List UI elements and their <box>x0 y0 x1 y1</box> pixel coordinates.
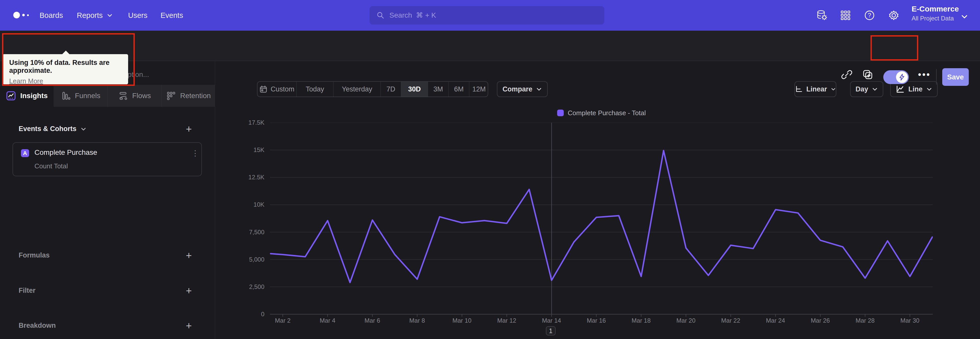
logo-dot-icon <box>13 12 20 18</box>
range-label: 6M <box>454 85 464 93</box>
tab-label: Insights <box>20 92 48 100</box>
range-12m[interactable]: 12M <box>469 82 488 97</box>
data-management-icon[interactable] <box>816 9 828 21</box>
toggle-knob <box>896 71 908 83</box>
x-axis-tick: Mar 16 <box>575 317 618 325</box>
mixpanel-logo[interactable] <box>13 12 29 18</box>
y-axis-tick: 10K <box>217 200 264 209</box>
range-label: Custom <box>270 85 294 93</box>
nav-item-reports[interactable]: Reports <box>77 0 113 30</box>
y-axis-tick: 12.5K <box>217 173 264 181</box>
range-label: Today <box>306 85 324 93</box>
range-label: 12M <box>473 85 486 93</box>
save-button[interactable]: Save <box>942 68 969 86</box>
linear-axis-icon <box>795 85 803 94</box>
tab-retention[interactable]: Retention <box>162 85 215 107</box>
flows-icon <box>118 91 128 101</box>
range-6m[interactable]: 6M <box>449 82 469 97</box>
more-options-button[interactable]: ••• <box>918 68 931 81</box>
nav-item-users[interactable]: Users <box>128 0 148 30</box>
range-today[interactable]: Today <box>297 82 334 97</box>
y-axis-tick: 2,500 <box>217 283 264 291</box>
add-event-button[interactable]: + <box>182 122 196 136</box>
x-axis-tick: Mar 26 <box>799 317 842 325</box>
add-formula-button[interactable]: + <box>182 248 196 262</box>
interval-selector[interactable]: Day <box>850 81 883 97</box>
project-name: E-Commerce <box>912 5 959 13</box>
learn-more-link[interactable]: Learn More <box>9 77 43 85</box>
tab-flows[interactable]: Flows <box>108 85 162 107</box>
x-axis-tick: Mar 8 <box>396 317 439 325</box>
apps-grid-icon[interactable] <box>839 9 852 21</box>
project-scope: All Project Data <box>912 15 959 22</box>
tab-label: Funnels <box>75 92 100 100</box>
sampling-toggle[interactable] <box>883 70 909 84</box>
search-input[interactable] <box>390 11 598 19</box>
range-30d[interactable]: 30D <box>401 82 428 97</box>
x-axis-tick: Mar 10 <box>440 317 484 325</box>
chart-legend[interactable]: Complete Purchase - Total <box>270 107 933 118</box>
range-label: 30D <box>408 85 421 93</box>
x-axis-tick: Mar 2 <box>261 317 304 325</box>
report-tabs: InsightsFunnelsFlowsRetention <box>0 85 215 107</box>
retention-icon <box>166 91 176 101</box>
add-to-board-icon[interactable] <box>861 68 874 81</box>
y-axis-tick: 0 <box>217 310 264 318</box>
tooltip-arrow <box>62 51 70 55</box>
x-axis-tick: Mar 30 <box>888 317 932 325</box>
copy-link-icon[interactable] <box>840 68 853 81</box>
formulas-label: Formulas <box>19 251 50 259</box>
line-chart-icon <box>896 85 905 94</box>
help-icon[interactable]: ? <box>863 9 876 21</box>
project-switcher[interactable]: E-Commerce All Project Data <box>912 5 959 22</box>
y-axis-tick: 15K <box>217 146 264 154</box>
range-label: Yesterday <box>342 85 372 93</box>
nav-item-boards[interactable]: Boards <box>40 0 63 30</box>
range-3m[interactable]: 3M <box>428 82 449 97</box>
tab-insights[interactable]: Insights <box>0 85 54 107</box>
event-card[interactable]: A Complete Purchase Count Total ⋮ <box>13 142 202 176</box>
y-axis-tick: 5,000 <box>217 256 264 264</box>
x-axis-tick: Mar 20 <box>664 317 708 325</box>
event-series-badge: A <box>21 149 29 157</box>
legend-swatch <box>557 110 564 116</box>
breakdown-label: Breakdown <box>19 321 56 329</box>
tab-label: Flows <box>132 92 151 100</box>
top-nav: Boards Reports Users Events ? <box>0 0 980 30</box>
y-axis-tick: 17.5K <box>217 118 264 127</box>
tooltip-text: Using 10% of data. Results are approxima… <box>9 59 123 75</box>
tab-funnels[interactable]: Funnels <box>54 85 107 107</box>
funnels-icon <box>61 91 71 101</box>
range-7d[interactable]: 7D <box>381 82 401 97</box>
events-cohorts-header[interactable]: Events & Cohorts <box>19 125 87 133</box>
x-axis-tick: Mar 22 <box>709 317 752 325</box>
x-axis-tick: Mar 28 <box>843 317 887 325</box>
nav-item-events[interactable]: Events <box>161 0 183 30</box>
breakdown-section: Breakdown + <box>0 317 215 335</box>
compare-button[interactable]: Compare <box>497 81 548 97</box>
lightning-bolt-icon <box>898 73 906 81</box>
chevron-down-icon <box>831 86 836 92</box>
insights-icon <box>6 91 16 101</box>
add-filter-button[interactable]: + <box>182 283 196 298</box>
annotation-marker[interactable]: 1 <box>546 326 555 336</box>
event-kebab-menu[interactable]: ⋮ <box>190 147 200 158</box>
chevron-down-icon <box>926 86 932 92</box>
line-chart[interactable] <box>270 123 933 317</box>
search-icon <box>376 11 385 20</box>
event-name: Complete Purchase <box>35 149 97 157</box>
legend-label: Complete Purchase - Total <box>568 109 646 117</box>
chevron-down-icon <box>80 126 87 132</box>
search-bar[interactable] <box>369 6 605 24</box>
add-breakdown-button[interactable]: + <box>182 318 196 333</box>
events-cohorts-section: Events & Cohorts + <box>0 120 215 138</box>
chevron-down-icon <box>872 86 878 92</box>
event-metric[interactable]: Count Total <box>35 162 68 170</box>
scale-selector[interactable]: Linear <box>794 81 836 97</box>
sidebar: InsightsFunnelsFlowsRetention Events & C… <box>0 61 215 339</box>
settings-gear-icon[interactable] <box>888 9 900 21</box>
logo-dot-icon <box>27 14 29 16</box>
range-custom[interactable]: Custom <box>258 82 297 97</box>
range-yesterday[interactable]: Yesterday <box>334 82 381 97</box>
logo-dot-icon <box>22 14 25 16</box>
